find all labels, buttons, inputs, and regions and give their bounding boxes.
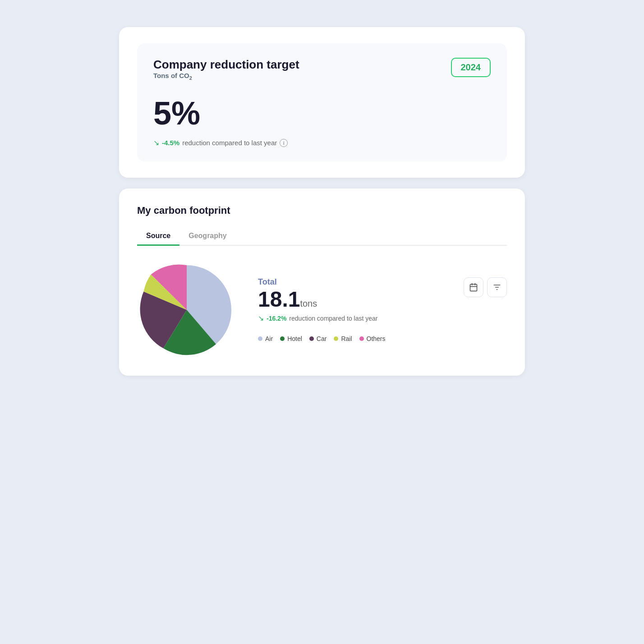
- footprint-reduction-info: ↘ -16.2% reduction compared to last year: [258, 314, 507, 322]
- carbon-footprint-card: My carbon footprint Source Geography: [119, 189, 525, 376]
- reduction-text: reduction compared to last year: [182, 139, 277, 147]
- info-icon[interactable]: i: [280, 139, 288, 147]
- footprint-reduction-arrow-icon: ↘: [258, 314, 264, 322]
- footprint-title: My carbon footprint: [137, 205, 507, 216]
- legend-dot-others: [359, 336, 364, 341]
- main-value: 5%: [153, 97, 491, 129]
- card-title-group: Company reduction target Tons of CO2: [153, 58, 299, 93]
- footprint-reduction-text: reduction compared to last year: [289, 315, 377, 322]
- stats-actions: [464, 277, 507, 297]
- stats-wrapper: Total 18.1tons ↘ -16.2% reduction compar…: [258, 277, 507, 342]
- pie-chart: [137, 260, 236, 359]
- app-container: Company reduction target Tons of CO2 202…: [119, 27, 525, 376]
- reduction-info: ↘ -4.5% reduction compared to last year …: [153, 138, 491, 147]
- tab-source[interactable]: Source: [137, 227, 179, 246]
- legend-label-car: Car: [317, 335, 327, 342]
- card-title: Company reduction target: [153, 58, 299, 72]
- calendar-button[interactable]: [464, 277, 483, 297]
- legend-dot-air: [258, 336, 262, 341]
- year-badge[interactable]: 2024: [451, 58, 491, 77]
- legend-item-others: Others: [359, 335, 386, 342]
- card-header: Company reduction target Tons of CO2 202…: [153, 58, 491, 93]
- filter-button[interactable]: [487, 277, 507, 297]
- footprint-body: Total 18.1tons ↘ -16.2% reduction compar…: [137, 260, 507, 359]
- legend-label-rail: Rail: [341, 335, 352, 342]
- footprint-reduction-pct: -16.2%: [267, 315, 286, 322]
- legend-dot-hotel: [280, 336, 285, 341]
- legend-item-rail: Rail: [334, 335, 352, 342]
- legend-item-car: Car: [309, 335, 327, 342]
- card-inner: Company reduction target Tons of CO2 202…: [137, 43, 507, 161]
- legend-item-air: Air: [258, 335, 273, 342]
- reduction-target-card: Company reduction target Tons of CO2 202…: [119, 27, 525, 178]
- legend-label-hotel: Hotel: [287, 335, 302, 342]
- reduction-arrow-icon: ↘: [153, 138, 159, 147]
- legend-dot-rail: [334, 336, 338, 341]
- legend-item-hotel: Hotel: [280, 335, 302, 342]
- chart-legend: Air Hotel Car Rail: [258, 335, 507, 342]
- tab-bar: Source Geography: [137, 227, 507, 246]
- legend-label-others: Others: [367, 335, 386, 342]
- legend-dot-car: [309, 336, 314, 341]
- svg-rect-0: [470, 284, 477, 291]
- card-subtitle: Tons of CO2: [153, 72, 299, 81]
- legend-label-air: Air: [265, 335, 273, 342]
- total-unit: tons: [300, 299, 317, 308]
- tab-geography[interactable]: Geography: [179, 227, 235, 246]
- reduction-pct: -4.5%: [162, 139, 179, 147]
